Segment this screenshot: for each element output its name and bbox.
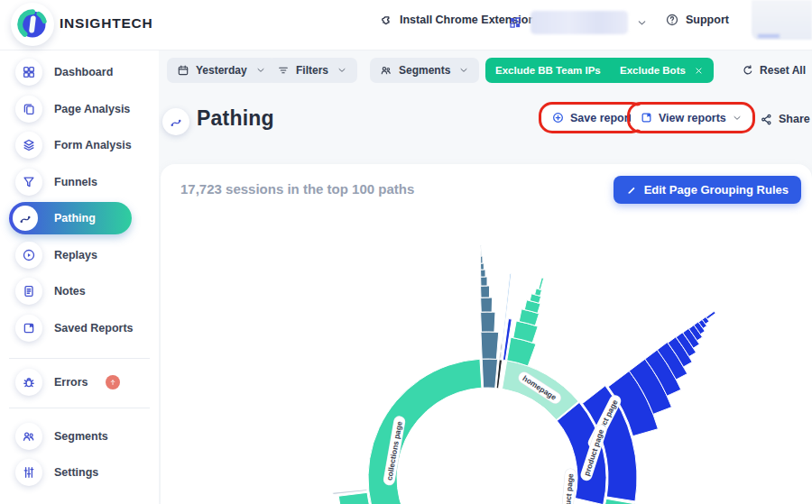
sidebar-item-label: Settings	[54, 466, 98, 479]
share-icon	[760, 113, 773, 126]
sidebar-item-page-analysis[interactable]: Page Analysis	[0, 91, 159, 127]
sidebar-item-label: Saved Reports	[54, 322, 134, 334]
errors-trend-badge	[106, 375, 120, 389]
sidebar-divider	[9, 358, 150, 359]
sidebar-item-label: Form Analysis	[54, 139, 132, 151]
chevron-down-icon	[732, 113, 743, 124]
replay-icon	[15, 242, 42, 269]
sessions-summary: 17,723 sessions in the top 100 paths	[180, 181, 414, 197]
sidebar: DashboardPage AnalysisForm AnalysisFunne…	[0, 50, 159, 504]
people-icon	[380, 64, 392, 77]
chart-arc-label: product page	[560, 469, 577, 504]
sidebar-item-notes[interactable]: Notes	[0, 273, 159, 309]
sliders-icon	[15, 459, 42, 486]
sidebar-item-settings[interactable]: Settings	[0, 454, 159, 490]
sidebar-item-label: Errors	[54, 376, 88, 389]
chart-arc-label: collections page	[383, 416, 405, 486]
calendar-icon	[177, 64, 189, 77]
reset-all-label: Reset All	[760, 64, 806, 77]
chevron-down-icon	[636, 17, 648, 29]
note-icon	[15, 278, 42, 305]
edit-page-grouping-rules-button[interactable]: Edit Page Grouping Rules	[614, 176, 801, 204]
pencil-icon	[626, 184, 638, 196]
chip-label: Exclude Bots	[620, 65, 686, 76]
pathing-report-card: 17,723 sessions in the top 100 paths Edi…	[161, 164, 812, 504]
sidebar-item-segments[interactable]: Segments	[0, 418, 159, 454]
filter-chip-exclude-bots[interactable]: Exclude Bots	[610, 58, 714, 83]
sidebar-item-label: Funnels	[54, 176, 97, 188]
sidebar-item-label: Notes	[54, 285, 86, 298]
chart-arc-label: product page	[579, 424, 607, 481]
grid-icon	[508, 15, 522, 30]
app-logo[interactable]	[11, 3, 54, 46]
sidebar-item-label: Replays	[54, 249, 97, 261]
puzzle-icon	[379, 13, 393, 27]
share-button[interactable]: Share	[760, 108, 810, 130]
edit-rules-label: Edit Page Grouping Rules	[644, 183, 789, 197]
sidebar-item-dashboard[interactable]: Dashboard	[0, 54, 159, 90]
people-icon	[15, 423, 42, 450]
toolbar-dropdown-filters[interactable]: Filters	[267, 58, 357, 83]
main-area: YesterdayFiltersSegmentsExclude BB Team …	[159, 50, 812, 504]
chevron-down-icon	[337, 65, 347, 76]
path-icon	[13, 206, 38, 231]
sidebar-item-label: Pathing	[54, 212, 96, 225]
annotation-highlight-view: View reports	[627, 102, 755, 133]
sidebar-item-saved-reports[interactable]: Saved Reports	[0, 310, 159, 346]
close-icon[interactable]	[694, 66, 704, 76]
support-label: Support	[686, 14, 729, 26]
sidebar-item-funnels[interactable]: Funnels	[0, 164, 159, 200]
chevron-down-icon	[458, 65, 469, 76]
insightech-logo-icon	[15, 7, 50, 41]
question-icon	[665, 13, 679, 27]
dropdown-label: Segments	[399, 64, 450, 77]
app-header: INSIGHTECH Install Chrome Extension Supp…	[0, 0, 812, 50]
sidebar-item-pathing[interactable]: Pathing	[0, 200, 159, 236]
sidebar-item-label: Dashboard	[54, 66, 113, 78]
sidebar-item-label: Page Analysis	[54, 103, 130, 115]
reset-all-button[interactable]: Reset All	[742, 58, 806, 83]
bookmark-icon	[15, 315, 42, 342]
avatar-decoration	[758, 34, 780, 38]
sidebar-item-form-analysis[interactable]: Form Analysis	[0, 127, 159, 163]
page-title: Pathing	[197, 106, 274, 131]
chip-label: Exclude BB Team IPs	[495, 65, 601, 76]
chevron-down-icon	[255, 65, 266, 76]
chart-arc-label: product page	[586, 394, 623, 450]
layers-icon	[15, 132, 42, 159]
plus-circle-icon	[551, 111, 565, 124]
account-selector[interactable]	[508, 11, 648, 34]
bookmark-icon	[640, 111, 653, 124]
brand-name: INSIGHTECH	[60, 15, 153, 32]
support-button[interactable]: Support	[665, 13, 729, 27]
account-name-redacted	[531, 11, 628, 34]
bug-icon	[15, 369, 42, 396]
view-reports-label: View reports	[659, 112, 726, 124]
chart-arc-label: homepage	[517, 371, 563, 406]
share-label: Share	[779, 113, 810, 125]
pages-icon	[15, 96, 42, 123]
toolbar-dropdown-segments[interactable]: Segments	[370, 58, 479, 83]
save-report-label: Save report	[570, 112, 632, 124]
filter-chip-exclude-bb-team-ips[interactable]: Exclude BB Team IPs	[485, 58, 629, 83]
funnel-icon	[15, 169, 42, 196]
path-icon	[169, 115, 183, 129]
dropdown-label: Yesterday	[196, 64, 247, 77]
sidebar-item-label: Segments	[54, 430, 108, 443]
sidebar-item-errors[interactable]: Errors	[0, 364, 159, 400]
view-reports-button[interactable]: View reports	[631, 105, 752, 130]
dropdown-label: Filters	[296, 64, 328, 77]
sidebar-divider	[9, 408, 150, 408]
pathing-title-icon-circle	[162, 108, 189, 135]
dashboard-icon	[15, 59, 42, 86]
reset-icon	[742, 64, 754, 77]
filter-icon	[277, 64, 290, 77]
toolbar-dropdown-yesterday[interactable]: Yesterday	[167, 58, 276, 83]
pathing-sunburst-chart[interactable]: homepageproduct pageproduct pagecollecti…	[161, 215, 812, 504]
sidebar-item-replays[interactable]: Replays	[0, 237, 159, 273]
